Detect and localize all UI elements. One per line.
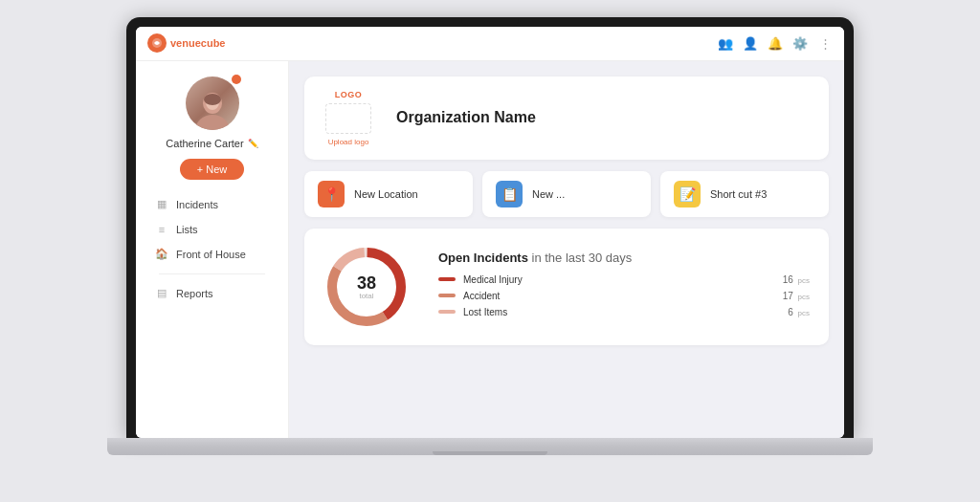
settings-icon[interactable]: ⚙️ <box>792 35 808 51</box>
incident-row-lost: Lost Items 6 pcs <box>438 307 810 317</box>
sidebar-nav: ▦ Incidents ≡ Lists 🏠 Front of House <box>136 193 288 307</box>
notification-badge <box>232 75 241 84</box>
edit-name-icon[interactable]: ✏️ <box>248 139 258 148</box>
shortcut3-label: Short cut #3 <box>710 188 767 200</box>
bell-icon[interactable]: 🔔 <box>768 35 783 51</box>
org-name: Organization Name <box>396 109 536 126</box>
sidebar-item-incidents[interactable]: ▦ Incidents <box>147 193 277 216</box>
laptop-notch <box>461 17 519 27</box>
svg-point-4 <box>204 94 221 105</box>
accident-name: Accident <box>463 291 775 301</box>
sidebar-item-reports[interactable]: ▤ Reports <box>147 282 277 305</box>
medical-count: 16 pcs <box>783 274 810 285</box>
shortcut-new-location[interactable]: 📍 New Location <box>304 171 473 217</box>
upload-logo-link[interactable]: Upload logo <box>328 138 369 146</box>
shortcut3-icon: 📝 <box>674 181 701 207</box>
incident-row-accident: Accident 17 pcs <box>438 291 810 301</box>
laptop-base <box>107 438 873 455</box>
new-location-icon: 📍 <box>318 181 345 207</box>
notification-area: 🔔 <box>768 35 783 51</box>
new-item-label: New ... <box>532 188 565 200</box>
sidebar-item-lists[interactable]: ≡ Lists <box>147 218 277 241</box>
logo-label: LOGO <box>335 90 363 99</box>
new-item-icon: 📋 <box>496 181 523 207</box>
incidents-info: Open Incidents in the last 30 days Medic… <box>438 251 810 323</box>
users-icon[interactable]: 👥 <box>718 35 733 51</box>
donut-chart: 38 total <box>323 244 410 330</box>
laptop-screen: venuecube 👥 👤 🔔 ⚙️ ⋮ <box>136 27 844 438</box>
shortcuts-row: 📍 New Location 📋 New ... 📝 Short cut #3 <box>304 171 829 217</box>
accident-count: 17 pcs <box>783 291 810 301</box>
avatar-container <box>186 76 239 130</box>
lost-name: Lost Items <box>463 307 780 317</box>
lists-icon: ≡ <box>155 223 168 236</box>
org-header: LOGO Upload logo Organization Name <box>304 76 829 160</box>
lost-count: 6 pcs <box>788 307 810 317</box>
app-container: venuecube 👥 👤 🔔 ⚙️ ⋮ <box>136 27 844 438</box>
new-location-label: New Location <box>354 188 418 200</box>
laptop-shell: venuecube 👥 👤 🔔 ⚙️ ⋮ <box>117 17 863 486</box>
sidebar-divider <box>159 273 265 274</box>
incident-row-medical: Medical Injury 16 pcs <box>438 274 810 285</box>
main-layout: Catherine Carter ✏️ + New ▦ Incidents ≡ <box>136 61 844 438</box>
sidebar: Catherine Carter ✏️ + New ▦ Incidents ≡ <box>136 61 289 438</box>
profile-icon[interactable]: 👤 <box>743 35 758 51</box>
main-content: LOGO Upload logo Organization Name 📍 New… <box>289 61 844 438</box>
nav-icons: 👥 👤 🔔 ⚙️ ⋮ <box>718 35 833 51</box>
logo-placeholder <box>325 103 371 134</box>
svg-point-2 <box>195 115 230 130</box>
medical-bar <box>438 277 456 281</box>
shortcut-new-item[interactable]: 📋 New ... <box>482 171 651 217</box>
more-icon[interactable]: ⋮ <box>817 35 833 51</box>
screen-bezel: venuecube 👥 👤 🔔 ⚙️ ⋮ <box>126 17 854 438</box>
incidents-total-label: total <box>357 291 376 299</box>
app-logo-icon <box>147 33 167 53</box>
incidents-card: 38 total Open Incidents in the last 30 d… <box>304 229 829 345</box>
medical-name: Medical Injury <box>463 274 775 285</box>
reports-icon: ▤ <box>155 287 168 300</box>
app-logo-text: venuecube <box>170 37 225 49</box>
incidents-total: 38 <box>357 273 376 291</box>
shortcut-3[interactable]: 📝 Short cut #3 <box>660 171 829 217</box>
front-of-house-icon: 🏠 <box>155 248 168 261</box>
avatar <box>186 76 239 130</box>
incidents-title: Open Incidents in the last 30 days <box>438 251 810 265</box>
lost-bar <box>438 310 456 314</box>
user-name-display: Catherine Carter ✏️ <box>166 138 257 149</box>
logo-area: venuecube <box>147 33 225 53</box>
incidents-icon: ▦ <box>155 198 168 211</box>
donut-center: 38 total <box>357 273 376 299</box>
new-button[interactable]: + New <box>180 159 245 180</box>
accident-bar <box>438 294 456 297</box>
sidebar-item-front-of-house[interactable]: 🏠 Front of House <box>147 243 277 266</box>
top-nav: venuecube 👥 👤 🔔 ⚙️ ⋮ <box>136 27 844 61</box>
logo-upload-area: LOGO Upload logo <box>320 90 377 146</box>
